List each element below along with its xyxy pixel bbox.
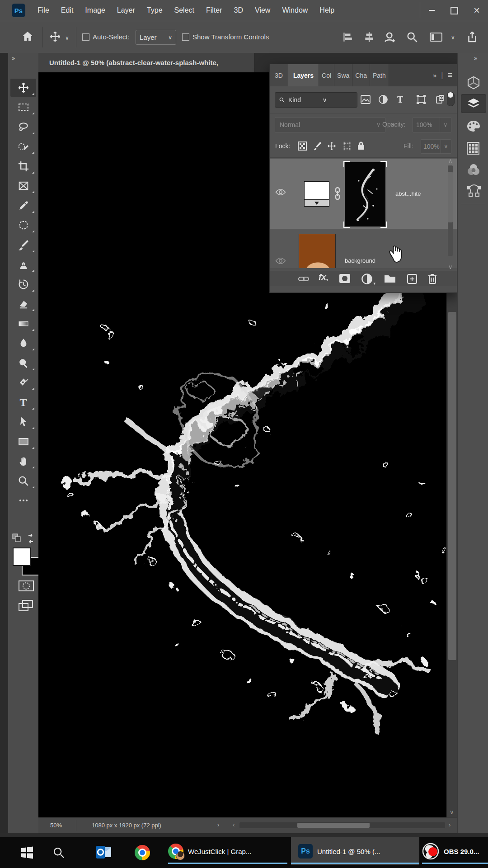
add-layer-mask-icon[interactable] <box>338 273 351 284</box>
chevron-down-icon[interactable]: ∨ <box>65 35 69 41</box>
minimize-button[interactable] <box>420 2 443 19</box>
taskbar-chrome-window-button[interactable]: WeJustClick | Grap... <box>168 837 287 865</box>
menu-window[interactable]: Window <box>276 0 314 21</box>
lock-all-icon[interactable] <box>357 141 366 151</box>
show-transform-checkbox[interactable] <box>182 33 189 41</box>
scroll-down-icon[interactable]: ∨ <box>450 809 454 816</box>
scroll-thumb[interactable] <box>448 172 453 222</box>
auto-select-checkbox[interactable] <box>82 33 89 41</box>
opacity-dropdown-icon[interactable]: ∨ <box>440 117 451 132</box>
blur-tool[interactable] <box>10 334 36 352</box>
dock-paths-icon[interactable] <box>466 183 482 198</box>
tab-color[interactable]: Col <box>319 64 334 86</box>
layer-thumbnail[interactable] <box>304 181 329 207</box>
healing-brush-tool[interactable] <box>10 216 36 234</box>
layer-thumbnail[interactable] <box>299 234 336 268</box>
align-vertical-centers-icon[interactable] <box>363 31 375 43</box>
visibility-eye-icon[interactable] <box>275 189 286 196</box>
frame-tool[interactable] <box>10 177 36 195</box>
default-colors-icon[interactable] <box>12 533 22 543</box>
document-tab[interactable]: Untitled-1 @ 50% (abstract-clear-water-s… <box>38 53 255 72</box>
menu-image[interactable]: Image <box>79 0 111 21</box>
tab-swatches[interactable]: Swa <box>334 64 352 86</box>
menu-help[interactable]: Help <box>314 0 340 21</box>
panel-menu-icon[interactable]: ≡ <box>447 71 452 80</box>
eraser-tool[interactable] <box>10 295 36 313</box>
object-selection-tool[interactable] <box>10 137 36 156</box>
search-icon[interactable] <box>406 31 418 43</box>
maximize-button[interactable] <box>443 2 465 19</box>
clone-stamp-tool[interactable] <box>10 255 36 274</box>
pen-tool[interactable] <box>10 373 36 392</box>
filter-adjustment-layers-icon[interactable] <box>378 94 388 104</box>
dock-color-icon[interactable] <box>466 120 481 132</box>
visibility-eye-icon[interactable] <box>275 257 286 264</box>
dock-layers-icon[interactable] <box>461 94 486 113</box>
layer-name[interactable]: background <box>345 257 375 264</box>
lock-transparent-pixels-icon[interactable] <box>298 142 307 151</box>
filter-pixel-layers-icon[interactable] <box>360 94 371 104</box>
edit-toolbar-ellipsis-icon[interactable] <box>10 491 36 509</box>
menu-select[interactable]: Select <box>169 0 200 21</box>
tab-layers[interactable]: Layers <box>288 64 319 86</box>
toolbar-collapse-icon[interactable]: » <box>12 55 15 61</box>
dodge-tool[interactable] <box>10 354 36 372</box>
panel-collapse-icon[interactable]: » <box>433 71 436 79</box>
path-selection-tool[interactable] <box>10 413 36 431</box>
tab-3d[interactable]: 3D <box>270 64 288 86</box>
new-layer-icon[interactable] <box>406 273 418 285</box>
zoom-level-field[interactable]: 50% <box>50 822 62 829</box>
blend-mode-dropdown[interactable]: Normal ∨ <box>275 117 385 132</box>
zoom-tool[interactable] <box>10 472 36 490</box>
rectangle-tool[interactable] <box>10 433 36 451</box>
eyedropper-tool[interactable] <box>10 197 36 215</box>
screen-mode-icon[interactable] <box>18 599 33 613</box>
gradient-tool[interactable] <box>10 315 36 333</box>
menu-filter[interactable]: Filter <box>200 0 228 21</box>
menu-layer[interactable]: Layer <box>111 0 141 21</box>
layer-name[interactable]: abst...hite <box>395 190 421 197</box>
start-button[interactable] <box>20 846 34 859</box>
scroll-down-icon[interactable]: ∨ <box>448 264 453 270</box>
vertical-scroll-thumb[interactable] <box>448 312 456 660</box>
foreground-color-swatch[interactable] <box>13 547 31 566</box>
history-brush-tool[interactable] <box>10 275 36 293</box>
layer-styles-fx-icon[interactable]: fx▾ <box>319 272 328 282</box>
dock-expand-icon[interactable]: » <box>474 55 477 61</box>
status-options-icon[interactable]: › <box>217 821 219 828</box>
outlook-icon[interactable] <box>96 844 112 860</box>
type-tool[interactable]: T <box>10 393 36 411</box>
move-tool[interactable] <box>10 79 36 97</box>
auto-select-target-dropdown[interactable]: Layer ∨ <box>136 30 176 45</box>
filter-toggle-switch[interactable] <box>447 92 455 106</box>
filter-smart-objects-icon[interactable] <box>435 94 445 104</box>
menu-file[interactable]: File <box>32 0 55 21</box>
new-group-folder-icon[interactable] <box>384 273 396 284</box>
quick-mask-icon[interactable] <box>18 580 34 592</box>
layer-mask-thumbnail[interactable] <box>345 162 385 226</box>
dock-3d-icon[interactable] <box>466 75 481 90</box>
chevron-down-icon[interactable]: ∨ <box>451 34 455 41</box>
chrome-icon[interactable] <box>135 845 150 860</box>
menu-view[interactable]: View <box>249 0 276 21</box>
rectangular-marquee-tool[interactable] <box>10 98 36 116</box>
scroll-right-icon[interactable]: › <box>449 821 450 828</box>
brush-tool[interactable] <box>10 236 36 254</box>
mask-link-icon[interactable] <box>333 187 342 200</box>
lock-image-pixels-icon[interactable] <box>312 141 322 151</box>
home-icon[interactable] <box>21 29 34 43</box>
dock-channels-icon[interactable] <box>466 163 481 176</box>
hand-tool[interactable] <box>10 452 36 470</box>
layer-row-background[interactable]: background <box>270 229 457 268</box>
menu-edit[interactable]: Edit <box>55 0 80 21</box>
filter-shape-layers-icon[interactable] <box>416 94 426 104</box>
workspace-switcher-icon[interactable] <box>429 32 443 42</box>
canvas-horizontal-scrollbar[interactable] <box>239 822 445 828</box>
menu-3d[interactable]: 3D <box>228 0 249 21</box>
taskbar-obs-window-button[interactable]: OBS 29.0... <box>422 837 488 865</box>
new-adjustment-layer-icon[interactable]: ▾ <box>361 273 373 285</box>
align-left-edges-icon[interactable] <box>342 31 353 43</box>
filter-type-layers-icon[interactable]: T <box>397 94 403 105</box>
link-layers-icon[interactable] <box>298 273 310 285</box>
layer-list-scrollbar[interactable]: ∧ ∨ <box>447 159 454 268</box>
